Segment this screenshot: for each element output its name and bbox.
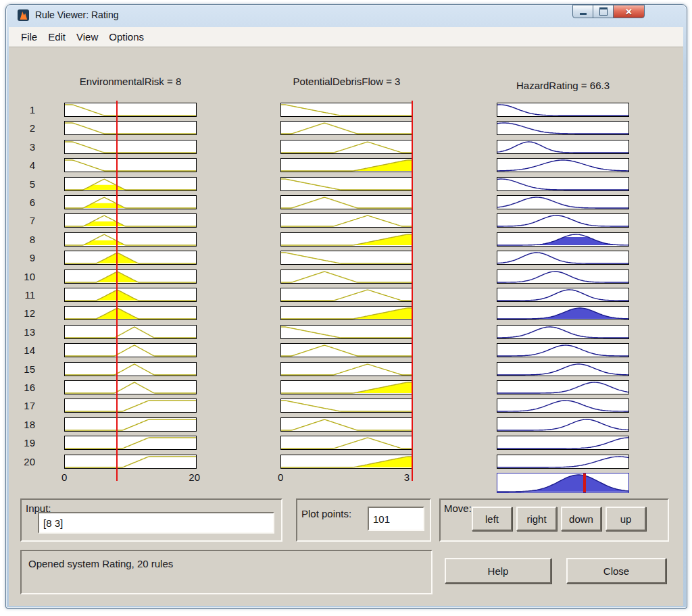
defuzz-line [583,473,586,492]
close-window-button[interactable]: ✕ [613,5,645,18]
mf-plot-rule18-output [497,417,629,432]
menu-item-edit[interactable]: Edit [43,31,71,43]
mf-plot-rule17-input1[interactable] [64,399,197,413]
mf-plot-rule15-input1[interactable] [64,362,197,376]
mf-plot-rule15-input2[interactable] [280,362,413,376]
mf-plot-rule5-input2[interactable] [280,177,413,191]
rule-number-6[interactable]: 6 [12,197,35,208]
rule-number-4[interactable]: 4 [12,159,35,171]
matlab-icon [18,9,29,21]
mf-plot-rule14-input1[interactable] [64,343,197,357]
mf-plot-rule20-output [497,455,629,469]
mf-plot-rule4-input2[interactable] [280,158,413,172]
rule-number-17[interactable]: 17 [12,400,35,411]
mf-plot-rule20-input2[interactable] [280,455,413,469]
mf-plot-rule8-input1[interactable] [64,232,197,247]
rule-number-13[interactable]: 13 [12,326,35,338]
move-right-button[interactable]: right [516,507,557,531]
rule-number-20[interactable]: 20 [12,456,35,467]
mf-plot-rule2-input1[interactable] [64,121,197,135]
rule-number-1[interactable]: 1 [12,104,35,116]
mf-plot-rule2-input2[interactable] [280,121,413,135]
mf-plot-rule18-input2[interactable] [280,417,413,432]
plot-points-field[interactable] [368,507,424,531]
rule-number-3[interactable]: 3 [12,141,35,153]
input2-cursor-line[interactable] [412,101,413,481]
rule-number-18[interactable]: 18 [12,419,35,430]
mf-plot-rule6-input2[interactable] [280,195,413,209]
output-header: HazardRating = 66.3 [497,80,629,91]
rule-number-10[interactable]: 10 [12,271,35,282]
rule-number-11[interactable]: 11 [12,289,35,301]
mf-plot-rule13-input1[interactable] [64,325,197,339]
rule-number-2[interactable]: 2 [12,122,35,134]
mf-plot-rule16-input1[interactable] [64,380,197,394]
mf-plot-rule9-input2[interactable] [280,251,413,265]
rule-number-12[interactable]: 12 [12,307,35,319]
help-button[interactable]: Help [445,558,551,584]
rule-number-9[interactable]: 9 [12,252,35,263]
input1-cursor-line[interactable] [116,101,118,481]
mf-plot-rule16-input2[interactable] [280,380,413,394]
mf-plot-rule18-input1[interactable] [64,417,197,432]
mf-plot-rule5-output [497,177,629,191]
mf-plot-rule3-input1[interactable] [64,140,197,154]
mf-plot-rule16-output [497,380,629,394]
mf-plot-rule17-input2[interactable] [280,399,413,413]
move-down-button[interactable]: down [561,507,601,531]
mf-plot-rule13-input2[interactable] [280,325,413,339]
minimize-button[interactable] [572,5,593,18]
mf-plot-rule3-input2[interactable] [280,140,413,154]
move-left-button[interactable]: left [472,507,512,531]
mf-plot-rule7-output [497,213,629,228]
matlab-flame-icon [19,11,28,20]
mf-plot-rule14-input2[interactable] [280,343,413,357]
menu-item-options[interactable]: Options [103,31,149,43]
mf-plot-rule8-input2[interactable] [280,232,413,247]
mf-plot-rule9-input1[interactable] [64,251,197,265]
input-field[interactable] [38,512,274,534]
mf-plot-rule4-input1[interactable] [64,158,197,172]
mf-plot-rule11-input2[interactable] [280,288,413,302]
rule-number-8[interactable]: 8 [12,234,35,245]
maximize-button[interactable] [593,5,614,18]
window-controls: ✕ [573,5,645,18]
mf-plot-rule1-input1[interactable] [64,103,197,117]
mf-plot-rule14-output [497,343,629,357]
mf-plot-rule12-output [497,306,629,320]
mf-plot-rule10-input2[interactable] [280,270,413,284]
input2-axis-min: 0 [278,471,283,483]
input2-axis-max: 3 [400,471,410,483]
mf-plot-rule19-input2[interactable] [280,436,413,450]
close-icon: ✕ [625,7,633,16]
mf-plot-rule7-input2[interactable] [280,213,413,228]
rule-number-7[interactable]: 7 [12,215,35,226]
mf-plot-rule19-input1[interactable] [64,436,197,450]
menu-item-view[interactable]: View [71,31,103,43]
mf-plot-rule5-input1[interactable] [64,177,197,191]
mf-plot-rule3-output [497,140,629,154]
mf-plot-rule12-input2[interactable] [280,306,413,320]
mf-plot-rule7-input1[interactable] [64,213,197,228]
mf-plot-rule1-output [497,103,629,117]
title-bar[interactable]: Rule Viewer: Rating [9,5,564,26]
mf-plot-rule1-input2[interactable] [280,103,413,117]
close-button[interactable]: Close [566,558,666,584]
mf-plot-rule10-input1[interactable] [64,270,197,284]
mf-plot-rule17-output [497,399,629,413]
rule-number-16[interactable]: 16 [12,382,35,393]
mf-plot-rule20-input1[interactable] [64,455,197,469]
rule-number-19[interactable]: 19 [12,437,35,448]
menu-item-file[interactable]: File [16,31,43,43]
move-up-button[interactable]: up [606,507,646,531]
mf-plot-rule4-output [497,158,629,172]
rule-viewer-window: Rule Viewer: Rating ✕ FileEditViewOption… [0,0,692,616]
mf-plot-rule12-input1[interactable] [64,306,197,320]
maximize-icon [599,7,608,16]
rule-number-5[interactable]: 5 [12,178,35,190]
mf-plot-rule8-output [497,232,629,247]
rule-number-14[interactable]: 14 [12,344,35,356]
mf-plot-rule6-input1[interactable] [64,195,197,209]
rule-number-15[interactable]: 15 [12,363,35,375]
mf-plot-rule11-input1[interactable] [64,288,197,302]
